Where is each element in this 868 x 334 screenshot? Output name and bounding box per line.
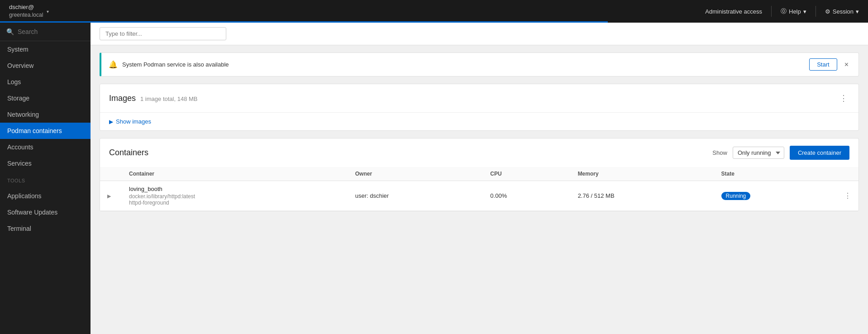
session-button[interactable]: ⚙ Session ▾ bbox=[825, 8, 859, 15]
sidebar-item-terminal[interactable]: Terminal bbox=[0, 220, 91, 237]
row-menu-cell[interactable]: ⋮ bbox=[837, 181, 858, 211]
status-badge: Running bbox=[721, 192, 751, 200]
col-cpu: CPU bbox=[483, 167, 570, 181]
col-memory: Memory bbox=[571, 167, 714, 181]
filter-input[interactable] bbox=[100, 27, 226, 40]
sidebar-item-label: Software Updates bbox=[7, 209, 57, 216]
sidebar-item-networking[interactable]: Networking bbox=[0, 106, 91, 123]
container-filter-select[interactable]: Only running All bbox=[733, 147, 784, 159]
admin-access-label: Administrative access bbox=[705, 8, 762, 15]
search-icon: 🔍 bbox=[6, 28, 14, 35]
top-header: dschier@ greentea.local ▾ Administrative… bbox=[0, 0, 868, 23]
bell-icon: 🔔 bbox=[109, 60, 118, 69]
sidebar-item-label: System bbox=[7, 46, 29, 53]
containers-header: Containers Show Only running All Create … bbox=[100, 138, 858, 167]
col-actions bbox=[837, 167, 858, 181]
row-expand-cell[interactable]: ▶ bbox=[100, 181, 122, 211]
images-menu-icon[interactable]: ⋮ bbox=[838, 91, 849, 105]
sidebar-item-accounts[interactable]: Accounts bbox=[0, 139, 91, 155]
images-title: Images bbox=[109, 94, 136, 103]
user-dropdown-icon[interactable]: ▾ bbox=[47, 9, 49, 14]
sidebar-item-label: Overview bbox=[7, 62, 33, 69]
help-dropdown-icon: ▾ bbox=[803, 8, 806, 15]
sidebar-item-label: Terminal bbox=[7, 225, 31, 232]
sidebar-item-services[interactable]: Services bbox=[0, 155, 91, 172]
sidebar-item-label: Podman containers bbox=[7, 127, 62, 134]
container-name: loving_booth bbox=[129, 186, 341, 192]
alert-text: System Podman service is also available bbox=[122, 61, 229, 68]
sidebar-item-logs[interactable]: Logs bbox=[0, 74, 91, 90]
row-cpu-cell: 0.00% bbox=[483, 181, 570, 211]
container-cmd: httpd-foreground bbox=[129, 200, 341, 206]
search-input[interactable] bbox=[18, 28, 84, 35]
start-button[interactable]: Start bbox=[809, 58, 837, 71]
row-state-cell: Running bbox=[714, 181, 837, 211]
sidebar-item-label: Services bbox=[7, 160, 32, 167]
help-button[interactable]: ⓪ Help ▾ bbox=[781, 7, 806, 15]
sidebar-item-tools: Tools bbox=[0, 172, 91, 188]
containers-table: Container Owner CPU Memory State ▶ bbox=[100, 167, 858, 211]
domain: greentea.local bbox=[9, 12, 43, 18]
alert-close-button[interactable]: × bbox=[842, 60, 851, 70]
images-title-row: Images 1 image total, 148 MB bbox=[109, 94, 198, 103]
col-expand bbox=[100, 167, 122, 181]
col-owner: Owner bbox=[348, 167, 483, 181]
main-content: 🔔 System Podman service is also availabl… bbox=[91, 23, 868, 334]
col-state: State bbox=[714, 167, 837, 181]
show-images-label: Show images bbox=[116, 118, 151, 125]
show-label: Show bbox=[712, 149, 727, 156]
images-panel-body: ▶ Show images bbox=[100, 113, 858, 130]
row-container-cell: loving_booth docker.io/library/httpd:lat… bbox=[122, 181, 348, 211]
search-container: 🔍 bbox=[0, 23, 91, 41]
images-panel-header: Images 1 image total, 148 MB ⋮ bbox=[100, 84, 858, 113]
sidebar-item-software-updates[interactable]: Software Updates bbox=[0, 204, 91, 220]
sidebar-item-label: Logs bbox=[7, 78, 21, 86]
sidebar-item-podman-containers[interactable]: Podman containers bbox=[0, 123, 91, 139]
sidebar-item-overview[interactable]: Overview bbox=[0, 57, 91, 74]
sidebar-item-label: Applications bbox=[7, 192, 42, 200]
alert-banner: 🔔 System Podman service is also availabl… bbox=[100, 52, 859, 76]
row-menu-icon[interactable]: ⋮ bbox=[844, 192, 851, 200]
container-name-info: loving_booth docker.io/library/httpd:lat… bbox=[129, 186, 341, 206]
alert-actions: Start × bbox=[809, 58, 851, 71]
images-subtitle: 1 image total, 148 MB bbox=[140, 95, 197, 102]
show-images-link[interactable]: ▶ Show images bbox=[109, 118, 849, 125]
containers-panel: Containers Show Only running All Create … bbox=[100, 138, 859, 211]
row-memory-cell: 2.76 / 512 MB bbox=[571, 181, 714, 211]
header-divider-2 bbox=[816, 6, 816, 17]
header-left: dschier@ greentea.local ▾ bbox=[9, 4, 49, 19]
containers-title: Containers bbox=[109, 148, 148, 157]
chevron-right-icon: ▶ bbox=[109, 119, 113, 125]
help-circle-icon: ⓪ bbox=[781, 7, 787, 15]
sidebar-item-label: Accounts bbox=[7, 143, 33, 151]
chevron-right-icon[interactable]: ▶ bbox=[107, 193, 111, 199]
app-body: 🔍 System Overview Logs Storage Networkin… bbox=[0, 23, 868, 334]
col-container: Container bbox=[122, 167, 348, 181]
alert-content: 🔔 System Podman service is also availabl… bbox=[109, 60, 229, 69]
header-user: dschier@ greentea.local bbox=[9, 4, 43, 19]
filter-bar bbox=[91, 23, 868, 45]
container-image: docker.io/library/httpd:latest bbox=[129, 193, 341, 200]
sidebar-item-storage[interactable]: Storage bbox=[0, 90, 91, 106]
sidebar-item-applications[interactable]: Applications bbox=[0, 188, 91, 204]
sidebar-item-label: Networking bbox=[7, 111, 39, 118]
username: dschier@ bbox=[9, 4, 34, 10]
table-row: ▶ loving_booth docker.io/library/httpd:l… bbox=[100, 181, 858, 211]
containers-controls: Show Only running All Create container bbox=[712, 146, 849, 160]
sidebar: 🔍 System Overview Logs Storage Networkin… bbox=[0, 23, 91, 334]
gear-icon: ⚙ bbox=[825, 8, 830, 15]
header-divider bbox=[771, 6, 772, 17]
header-right: Administrative access ⓪ Help ▾ ⚙ Session… bbox=[705, 6, 859, 17]
table-header-row: Container Owner CPU Memory State bbox=[100, 167, 858, 181]
session-dropdown-icon: ▾ bbox=[856, 8, 859, 15]
images-panel: Images 1 image total, 148 MB ⋮ ▶ Show im… bbox=[100, 84, 859, 131]
sidebar-item-label: Tools bbox=[7, 178, 25, 183]
sidebar-item-system[interactable]: System bbox=[0, 41, 91, 57]
row-owner-cell: user: dschier bbox=[348, 181, 483, 211]
create-container-button[interactable]: Create container bbox=[790, 146, 849, 160]
sidebar-item-label: Storage bbox=[7, 95, 29, 102]
